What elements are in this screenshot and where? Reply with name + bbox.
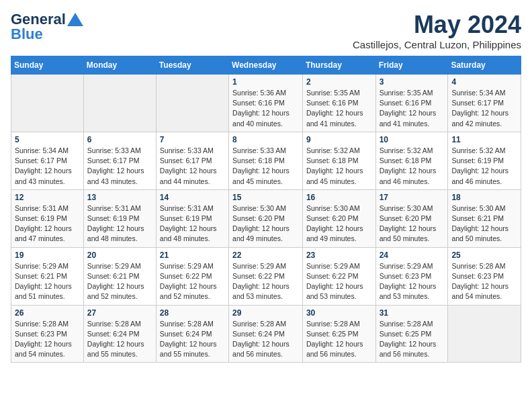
- calendar-cell: 2Sunrise: 5:35 AMSunset: 6:16 PMDaylight…: [302, 75, 375, 132]
- col-saturday: Saturday: [448, 56, 521, 75]
- day-info: Sunrise: 5:32 AMSunset: 6:18 PMDaylight:…: [380, 146, 445, 187]
- day-info: Sunrise: 5:33 AMSunset: 6:17 PMDaylight:…: [160, 146, 225, 187]
- calendar-week-3: 19Sunrise: 5:29 AMSunset: 6:21 PMDayligh…: [11, 247, 521, 305]
- calendar-cell: [448, 305, 521, 363]
- day-number: 25: [451, 250, 517, 260]
- day-number: 21: [160, 250, 225, 260]
- day-info: Sunrise: 5:28 AMSunset: 6:24 PMDaylight:…: [232, 319, 299, 360]
- day-info: Sunrise: 5:29 AMSunset: 6:23 PMDaylight:…: [380, 261, 445, 302]
- day-number: 19: [15, 250, 80, 260]
- day-number: 31: [380, 308, 445, 318]
- day-info: Sunrise: 5:34 AMSunset: 6:17 PMDaylight:…: [451, 88, 517, 129]
- calendar-week-1: 5Sunrise: 5:34 AMSunset: 6:17 PMDaylight…: [11, 132, 521, 189]
- calendar-cell: 7Sunrise: 5:33 AMSunset: 6:17 PMDaylight…: [156, 132, 228, 189]
- day-number: 8: [232, 135, 299, 144]
- calendar-week-2: 12Sunrise: 5:31 AMSunset: 6:19 PMDayligh…: [11, 189, 521, 247]
- day-number: 28: [160, 308, 225, 318]
- day-info: Sunrise: 5:31 AMSunset: 6:19 PMDaylight:…: [160, 203, 225, 244]
- calendar-header: Sunday Monday Tuesday Wednesday Thursday…: [11, 56, 521, 75]
- day-info: Sunrise: 5:29 AMSunset: 6:21 PMDaylight:…: [15, 261, 80, 302]
- calendar-cell: [156, 75, 228, 132]
- col-sunday: Sunday: [11, 56, 84, 75]
- day-info: Sunrise: 5:33 AMSunset: 6:17 PMDaylight:…: [87, 146, 152, 187]
- day-info: Sunrise: 5:28 AMSunset: 6:25 PMDaylight:…: [380, 319, 445, 360]
- calendar-cell: 17Sunrise: 5:30 AMSunset: 6:20 PMDayligh…: [375, 189, 448, 247]
- title-block: May 2024 Castillejos, Central Luzon, Phi…: [353, 11, 521, 50]
- calendar-cell: 26Sunrise: 5:28 AMSunset: 6:23 PMDayligh…: [11, 305, 84, 363]
- calendar-cell: 14Sunrise: 5:31 AMSunset: 6:19 PMDayligh…: [156, 189, 228, 247]
- day-number: 22: [232, 250, 299, 260]
- calendar-cell: 10Sunrise: 5:32 AMSunset: 6:18 PMDayligh…: [375, 132, 448, 189]
- day-number: 26: [15, 308, 80, 318]
- logo: General Blue: [11, 11, 83, 43]
- calendar-cell: 1Sunrise: 5:36 AMSunset: 6:16 PMDaylight…: [229, 75, 303, 132]
- calendar-cell: 29Sunrise: 5:28 AMSunset: 6:24 PMDayligh…: [229, 305, 303, 363]
- calendar-cell: 25Sunrise: 5:28 AMSunset: 6:23 PMDayligh…: [448, 247, 521, 305]
- day-number: 14: [160, 193, 225, 202]
- calendar-week-0: 1Sunrise: 5:36 AMSunset: 6:16 PMDaylight…: [11, 75, 521, 132]
- calendar-cell: 31Sunrise: 5:28 AMSunset: 6:25 PMDayligh…: [375, 305, 448, 363]
- day-number: 4: [451, 77, 517, 87]
- calendar-cell: 28Sunrise: 5:28 AMSunset: 6:24 PMDayligh…: [156, 305, 228, 363]
- calendar-cell: 16Sunrise: 5:30 AMSunset: 6:20 PMDayligh…: [302, 189, 375, 247]
- calendar-cell: 8Sunrise: 5:33 AMSunset: 6:18 PMDaylight…: [229, 132, 303, 189]
- day-info: Sunrise: 5:28 AMSunset: 6:25 PMDaylight:…: [306, 319, 372, 360]
- calendar-cell: 21Sunrise: 5:29 AMSunset: 6:22 PMDayligh…: [156, 247, 228, 305]
- svg-marker-0: [67, 13, 83, 26]
- day-info: Sunrise: 5:32 AMSunset: 6:19 PMDaylight:…: [451, 146, 517, 187]
- calendar-week-4: 26Sunrise: 5:28 AMSunset: 6:23 PMDayligh…: [11, 305, 521, 363]
- calendar-body: 1Sunrise: 5:36 AMSunset: 6:16 PMDaylight…: [11, 75, 521, 363]
- calendar-cell: 4Sunrise: 5:34 AMSunset: 6:17 PMDaylight…: [448, 75, 521, 132]
- day-number: 13: [87, 193, 152, 202]
- day-info: Sunrise: 5:31 AMSunset: 6:19 PMDaylight:…: [15, 203, 80, 244]
- day-number: 12: [15, 193, 80, 202]
- col-thursday: Thursday: [302, 56, 375, 75]
- calendar-cell: 30Sunrise: 5:28 AMSunset: 6:25 PMDayligh…: [302, 305, 375, 363]
- col-wednesday: Wednesday: [229, 56, 303, 75]
- day-info: Sunrise: 5:28 AMSunset: 6:23 PMDaylight:…: [15, 319, 80, 360]
- day-info: Sunrise: 5:28 AMSunset: 6:23 PMDaylight:…: [451, 261, 517, 302]
- day-info: Sunrise: 5:28 AMSunset: 6:24 PMDaylight:…: [87, 319, 152, 360]
- calendar-cell: 12Sunrise: 5:31 AMSunset: 6:19 PMDayligh…: [11, 189, 84, 247]
- day-number: 16: [306, 193, 372, 202]
- month-title: May 2024: [353, 11, 521, 39]
- day-info: Sunrise: 5:31 AMSunset: 6:19 PMDaylight:…: [87, 203, 152, 244]
- day-number: 7: [160, 135, 225, 144]
- day-info: Sunrise: 5:29 AMSunset: 6:21 PMDaylight:…: [87, 261, 152, 302]
- calendar-cell: 5Sunrise: 5:34 AMSunset: 6:17 PMDaylight…: [11, 132, 84, 189]
- calendar-cell: 23Sunrise: 5:29 AMSunset: 6:22 PMDayligh…: [302, 247, 375, 305]
- calendar-cell: 18Sunrise: 5:30 AMSunset: 6:21 PMDayligh…: [448, 189, 521, 247]
- day-number: 3: [380, 77, 445, 87]
- calendar-cell: [11, 75, 84, 132]
- calendar-cell: 11Sunrise: 5:32 AMSunset: 6:19 PMDayligh…: [448, 132, 521, 189]
- day-number: 27: [87, 308, 152, 318]
- day-info: Sunrise: 5:29 AMSunset: 6:22 PMDaylight:…: [306, 261, 372, 302]
- day-number: 6: [87, 135, 152, 144]
- calendar-table: Sunday Monday Tuesday Wednesday Thursday…: [11, 56, 521, 363]
- day-info: Sunrise: 5:29 AMSunset: 6:22 PMDaylight:…: [160, 261, 225, 302]
- calendar-cell: [83, 75, 156, 132]
- calendar-cell: 6Sunrise: 5:33 AMSunset: 6:17 PMDaylight…: [83, 132, 156, 189]
- day-number: 5: [15, 135, 80, 144]
- logo-blue-text: Blue: [11, 26, 43, 43]
- day-info: Sunrise: 5:29 AMSunset: 6:22 PMDaylight:…: [232, 261, 299, 302]
- day-number: 18: [451, 193, 517, 202]
- day-info: Sunrise: 5:30 AMSunset: 6:20 PMDaylight:…: [380, 203, 445, 244]
- day-info: Sunrise: 5:30 AMSunset: 6:20 PMDaylight:…: [232, 203, 299, 244]
- calendar-cell: 20Sunrise: 5:29 AMSunset: 6:21 PMDayligh…: [83, 247, 156, 305]
- day-number: 20: [87, 250, 152, 260]
- day-number: 11: [451, 135, 517, 144]
- day-info: Sunrise: 5:35 AMSunset: 6:16 PMDaylight:…: [380, 88, 445, 129]
- day-number: 9: [306, 135, 372, 144]
- calendar-cell: 9Sunrise: 5:32 AMSunset: 6:18 PMDaylight…: [302, 132, 375, 189]
- day-info: Sunrise: 5:30 AMSunset: 6:21 PMDaylight:…: [451, 203, 517, 244]
- day-number: 24: [380, 250, 445, 260]
- col-monday: Monday: [83, 56, 156, 75]
- day-number: 30: [306, 308, 372, 318]
- day-info: Sunrise: 5:28 AMSunset: 6:24 PMDaylight:…: [160, 319, 225, 360]
- calendar-cell: 19Sunrise: 5:29 AMSunset: 6:21 PMDayligh…: [11, 247, 84, 305]
- page-header: General Blue May 2024 Castillejos, Centr…: [11, 11, 521, 50]
- day-info: Sunrise: 5:33 AMSunset: 6:18 PMDaylight:…: [232, 146, 299, 187]
- day-number: 2: [306, 77, 372, 87]
- calendar-cell: 24Sunrise: 5:29 AMSunset: 6:23 PMDayligh…: [375, 247, 448, 305]
